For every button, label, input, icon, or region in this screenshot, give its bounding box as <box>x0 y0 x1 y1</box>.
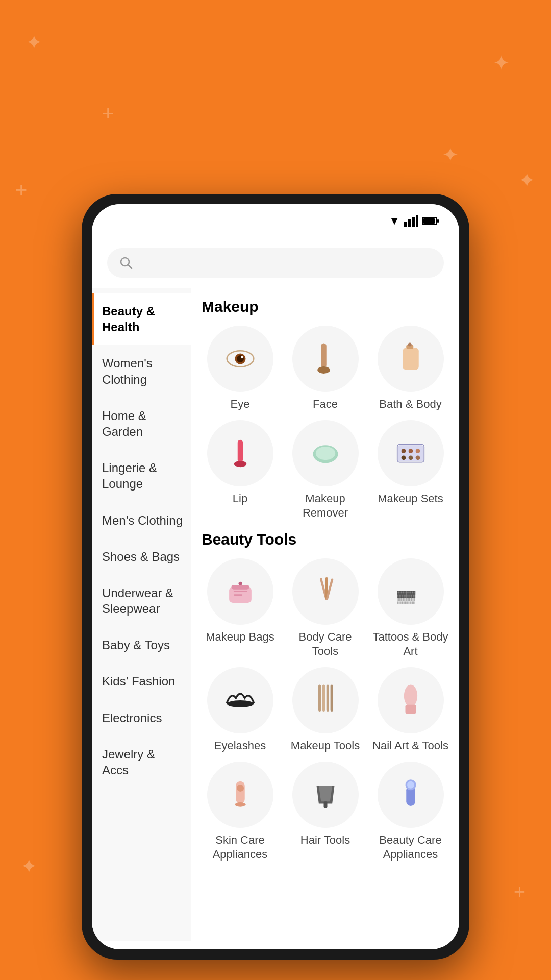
item-label: Lip <box>233 492 247 506</box>
svg-rect-2 <box>412 217 415 227</box>
item-circle-3 <box>207 420 273 486</box>
svg-point-49 <box>237 784 244 791</box>
status-bar: ▼ <box>92 204 459 233</box>
category-item-face[interactable]: Face <box>287 326 364 412</box>
phone-screen: ▼ <box>92 204 459 949</box>
category-item-nail-art-&-tools[interactable]: Nail Art & Tools <box>372 667 449 753</box>
item-circle-0 <box>207 558 273 625</box>
item-circle-3 <box>207 667 273 733</box>
category-item-eye[interactable]: Eye <box>202 326 279 412</box>
item-label: Makeup Remover <box>287 492 364 521</box>
item-circle-2 <box>378 326 444 392</box>
svg-rect-1 <box>408 219 411 227</box>
phone-mockup: ▼ <box>82 194 469 960</box>
search-bar[interactable] <box>107 248 444 278</box>
sidebar-item-5[interactable]: Shoes & Bags <box>92 538 191 575</box>
svg-line-8 <box>128 265 132 268</box>
sparkle-4: ✦ <box>442 143 459 166</box>
search-container <box>92 248 459 288</box>
svg-rect-50 <box>323 801 327 808</box>
category-item-bath-&-body[interactable]: Bath & Body <box>372 326 449 412</box>
svg-point-21 <box>315 446 335 459</box>
sparkle-8: ✦ <box>518 168 536 192</box>
sidebar-item-8[interactable]: Kids' Fashion <box>92 663 191 699</box>
sparkle-3: + <box>102 102 114 125</box>
svg-rect-41 <box>318 684 321 712</box>
search-icon <box>119 256 133 270</box>
sidebar-item-4[interactable]: Men's Clothing <box>92 502 191 538</box>
svg-point-53 <box>407 781 414 788</box>
category-item-makeup-bags[interactable]: Makeup Bags <box>202 558 279 659</box>
section-title-1: Beauty Tools <box>202 531 449 548</box>
item-circle-4 <box>292 420 359 486</box>
svg-point-27 <box>401 455 406 460</box>
svg-rect-44 <box>330 684 333 712</box>
item-label: Hair Tools <box>300 833 350 848</box>
sidebar-item-10[interactable]: Jewelry & Accs <box>92 736 191 788</box>
svg-rect-6 <box>437 219 439 223</box>
svg-rect-3 <box>416 215 418 227</box>
svg-rect-33 <box>233 591 246 592</box>
main-content: Beauty & HealthWomen's ClothingHome & Ga… <box>92 288 459 941</box>
item-circle-5 <box>378 420 444 486</box>
item-circle-0 <box>207 326 273 392</box>
item-label: Makeup Tools <box>291 739 360 753</box>
item-circle-5 <box>378 667 444 733</box>
sidebar-item-6[interactable]: Underwear & Sleepwear <box>92 575 191 627</box>
category-item-makeup-sets[interactable]: Makeup Sets <box>372 420 449 521</box>
category-item-makeup-tools[interactable]: Makeup Tools <box>287 667 364 753</box>
category-item-tattoos-&-body-art[interactable]: ▓▓▓▓▒▒▒▒Tattoos & Body Art <box>372 558 449 659</box>
category-item-skin-care-appliances[interactable]: Skin Care Appliances <box>202 762 279 862</box>
app-header <box>92 233 459 248</box>
sidebar-item-7[interactable]: Baby & Toys <box>92 627 191 663</box>
item-circle-1 <box>292 558 359 625</box>
sparkle-7: + <box>15 179 27 202</box>
svg-point-45 <box>404 684 417 707</box>
item-label: Nail Art & Tools <box>372 739 448 753</box>
signal-icon <box>404 215 418 227</box>
item-label: Eye <box>231 397 250 412</box>
sidebar-item-9[interactable]: Electronics <box>92 700 191 736</box>
items-grid-1: Makeup BagsBody Care Tools▓▓▓▓▒▒▒▒Tattoo… <box>202 558 449 862</box>
svg-rect-46 <box>405 705 416 714</box>
category-item-hair-tools[interactable]: Hair Tools <box>287 762 364 862</box>
sidebar-item-1[interactable]: Women's Clothing <box>92 345 191 397</box>
svg-rect-15 <box>403 348 419 370</box>
wifi-icon: ▼ <box>389 214 400 228</box>
sidebar-item-2[interactable]: Home & Garden <box>92 398 191 450</box>
svg-point-48 <box>235 802 245 806</box>
svg-point-25 <box>408 449 413 453</box>
svg-rect-13 <box>321 343 327 368</box>
svg-point-40 <box>227 700 254 707</box>
sparkle-2: ✦ <box>493 51 510 75</box>
category-item-beauty-care-appliances[interactable]: Beauty Care Appliances <box>372 762 449 862</box>
svg-rect-0 <box>404 222 407 227</box>
item-label: Bath & Body <box>379 397 441 412</box>
item-label: Makeup Sets <box>378 492 443 506</box>
svg-rect-18 <box>237 439 243 462</box>
category-item-lip[interactable]: Lip <box>202 420 279 521</box>
sidebar-item-0[interactable]: Beauty & Health <box>92 293 191 345</box>
svg-rect-5 <box>423 218 435 224</box>
svg-rect-42 <box>322 684 324 712</box>
svg-point-29 <box>415 455 420 460</box>
category-item-eyelashes[interactable]: Eyelashes <box>202 667 279 753</box>
item-label: Face <box>313 397 338 412</box>
svg-point-19 <box>234 460 246 467</box>
item-label: Skin Care Appliances <box>202 833 279 862</box>
item-label: Makeup Bags <box>206 630 274 645</box>
item-label: Body Care Tools <box>287 630 364 659</box>
header-section <box>0 0 551 41</box>
sidebar-item-3[interactable]: Lingerie & Lounge <box>92 450 191 502</box>
svg-point-26 <box>415 449 420 453</box>
svg-point-28 <box>408 455 413 460</box>
category-item-body-care-tools[interactable]: Body Care Tools <box>287 558 364 659</box>
svg-rect-17 <box>408 343 411 347</box>
item-circle-7 <box>292 762 359 828</box>
svg-text:▒▒▒▒: ▒▒▒▒ <box>397 597 415 604</box>
item-label: Tattoos & Body Art <box>372 630 449 659</box>
sparkle-6: + <box>514 880 525 903</box>
items-grid-0: EyeFaceBath & BodyLipMakeup RemoverMakeu… <box>202 326 449 521</box>
svg-rect-31 <box>231 585 249 590</box>
category-item-makeup-remover[interactable]: Makeup Remover <box>287 420 364 521</box>
